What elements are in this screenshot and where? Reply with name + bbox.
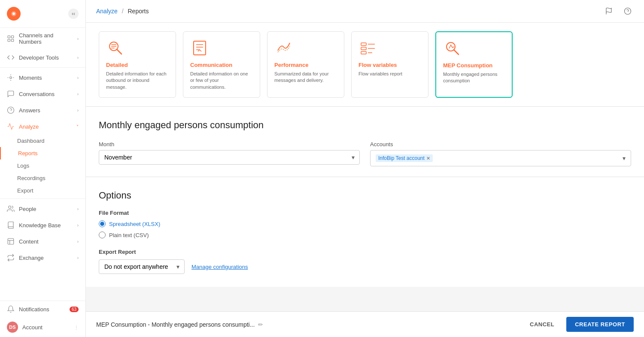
sidebar-item-exchange[interactable]: Exchange ›	[0, 250, 85, 266]
sidebar-item-moments[interactable]: Moments ›	[0, 69, 85, 86]
format-csv-radio[interactable]	[99, 232, 106, 238]
help-icon[interactable]	[622, 5, 634, 17]
report-card-flow-variables[interactable]: Flow variables Flow variables report	[351, 31, 428, 98]
export-select[interactable]: Do not export anywhere Export to SFTP Ex…	[99, 259, 185, 274]
communication-card-title: Communication	[190, 62, 253, 68]
accounts-label: Accounts	[370, 141, 631, 147]
svg-rect-25	[361, 51, 366, 54]
cancel-button[interactable]: CANCEL	[523, 318, 561, 331]
sidebar-account-label: Account	[22, 324, 43, 331]
sidebar-item-content[interactable]: Content ›	[0, 233, 85, 250]
sidebar-item-developer[interactable]: Developer Tools ›	[0, 49, 85, 66]
sidebar-item-analyze[interactable]: Analyze ˅	[0, 118, 85, 135]
sidebar-collapse-button[interactable]: ‹‹	[68, 9, 79, 19]
sidebar-sub-reports[interactable]: Reports	[0, 147, 85, 159]
sidebar-item-answers[interactable]: Answers ›	[0, 102, 85, 118]
month-select[interactable]: JanuaryFebruaryMarchApril MayJuneJulyAug…	[99, 150, 360, 165]
chevron-down-icon: ›	[77, 36, 79, 41]
format-xlsx-item[interactable]: Spreadsheet (XLSX)	[99, 220, 631, 227]
report-card-mep[interactable]: MEP Consumption Monthly engaged persons …	[435, 31, 513, 98]
svg-rect-9	[8, 238, 14, 244]
export-row: Do not export anywhere Export to SFTP Ex…	[99, 259, 631, 274]
svg-line-30	[454, 50, 459, 54]
report-card-performance[interactable]: Performance Summarized data for your mes…	[267, 31, 344, 98]
communication-card-icon	[190, 39, 209, 57]
bottom-bar: MEP Consumption - Monthly engaged person…	[86, 311, 644, 337]
flow-variables-card-title: Flow variables	[358, 62, 421, 68]
header-actions	[603, 5, 634, 17]
sidebar-sub-recordings[interactable]: Recordings	[0, 172, 85, 184]
communication-card-desc: Detailed information on one or few of yo…	[190, 71, 253, 90]
flag-icon[interactable]	[603, 5, 615, 17]
accounts-multiselect[interactable]: InfoBip Test account ✕ ▾	[370, 150, 631, 166]
flow-variables-card-icon	[358, 39, 377, 57]
sidebar-item-channels-label: Channels and Numbers	[19, 32, 73, 45]
report-card-communication[interactable]: Communication Detailed information on on…	[183, 31, 260, 98]
month-group: Month JanuaryFebruaryMarchApril MayJuneJ…	[99, 141, 360, 166]
report-card-detailed[interactable]: Detailed Detailed information for each o…	[99, 31, 176, 98]
svg-rect-23	[361, 43, 366, 45]
svg-point-1	[12, 12, 15, 15]
performance-card-icon	[274, 39, 293, 57]
sidebar-item-channels[interactable]: Channels and Numbers ›	[0, 28, 85, 49]
sidebar-item-account[interactable]: DS Account ⋮	[0, 317, 85, 337]
form-section: Monthly engaged persons consumption Mont…	[86, 107, 644, 177]
manage-configurations-link[interactable]: Manage configurations	[191, 264, 248, 270]
format-xlsx-radio[interactable]	[99, 220, 106, 227]
remove-account-tag[interactable]: ✕	[426, 156, 430, 161]
sidebar-item-content-label: Content	[19, 238, 39, 245]
chevron-down-icon: ›	[77, 207, 79, 211]
sidebar-sub-logs[interactable]: Logs	[0, 159, 85, 172]
chevron-down-icon: ›	[77, 239, 79, 244]
svg-rect-2	[8, 36, 10, 38]
month-select-wrapper: JanuaryFebruaryMarchApril MayJuneJulyAug…	[99, 150, 360, 165]
edit-icon[interactable]: ✏	[258, 321, 263, 328]
svg-rect-4	[8, 39, 10, 42]
detailed-card-desc: Detailed information for each outbound o…	[106, 71, 169, 90]
svg-point-13	[625, 8, 631, 15]
breadcrumb-separator: /	[122, 8, 124, 15]
sidebar-notifications-label: Notifications	[19, 306, 49, 313]
sidebar-sub-dashboard[interactable]: Dashboard	[0, 135, 85, 147]
app-logo	[7, 7, 21, 21]
sidebar: ‹‹ Channels and Numbers › Developer Tool…	[0, 0, 86, 337]
sidebar-item-moments-label: Moments	[19, 75, 42, 81]
report-type-cards: Detailed Detailed information for each o…	[86, 23, 644, 107]
bottom-title-text: MEP Consumption - Monthly engaged person…	[96, 321, 255, 328]
create-report-button[interactable]: CREATE REPORT	[566, 317, 634, 332]
file-format-radio-group: Spreadsheet (XLSX) Plain text (CSV)	[99, 220, 631, 238]
bottom-title-area: MEP Consumption - Monthly engaged person…	[96, 321, 263, 328]
sidebar-item-notifications[interactable]: Notifications 63	[0, 301, 85, 317]
format-xlsx-label: Spreadsheet (XLSX)	[109, 221, 160, 227]
sidebar-item-analyze-label: Analyze	[19, 123, 39, 130]
chevron-down-icon: ›	[77, 55, 79, 60]
svg-line-15	[117, 49, 122, 54]
sidebar-item-people[interactable]: People ›	[0, 201, 85, 217]
bottom-actions: CANCEL CREATE REPORT	[523, 317, 634, 332]
main-content: Analyze / Reports	[86, 0, 644, 337]
format-csv-item[interactable]: Plain text (CSV)	[99, 232, 631, 238]
accounts-chevron: ▾	[623, 155, 626, 162]
svg-rect-24	[361, 47, 366, 50]
sidebar-item-conversations[interactable]: Conversations ›	[0, 86, 85, 102]
detailed-card-icon	[106, 39, 125, 57]
svg-rect-3	[12, 36, 14, 38]
performance-card-desc: Summarized data for your messages and de…	[274, 71, 337, 84]
sidebar-bottom: Notifications 63 DS Account ⋮	[0, 301, 85, 337]
account-tag: InfoBip Test account ✕	[376, 154, 433, 162]
sidebar-header: ‹‹	[0, 0, 85, 28]
export-report-label: Export Report	[99, 249, 631, 255]
month-label: Month	[99, 141, 360, 147]
chevron-down-icon: ›	[77, 223, 79, 228]
chevron-down-icon: ›	[77, 108, 79, 113]
svg-point-8	[9, 206, 11, 208]
chevron-up-icon: ˅	[76, 124, 79, 129]
sidebar-sub-export[interactable]: Export	[0, 184, 85, 197]
svg-point-6	[10, 77, 12, 79]
sidebar-item-exchange-label: Exchange	[19, 255, 44, 261]
accounts-group: Accounts InfoBip Test account ✕ ▾	[370, 141, 631, 166]
header: Analyze / Reports	[86, 0, 644, 23]
sidebar-item-knowledge[interactable]: Knowledge Base ›	[0, 217, 85, 233]
svg-point-7	[8, 107, 14, 114]
more-icon: ⋮	[74, 325, 79, 330]
